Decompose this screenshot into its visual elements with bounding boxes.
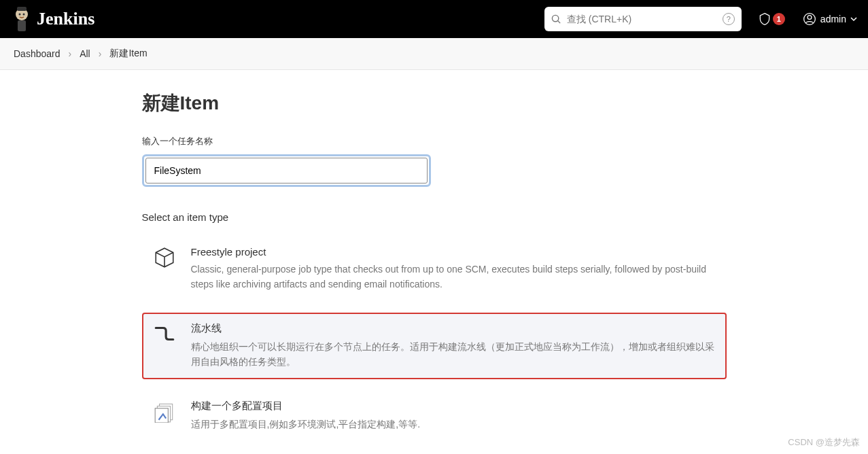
multiconfig-icon: [153, 400, 177, 432]
svg-line-6: [558, 20, 560, 22]
chevron-right-icon: ›: [69, 48, 72, 59]
item-title: Freestyle project: [191, 246, 716, 258]
alert-badge: 1: [773, 13, 785, 25]
svg-point-4: [23, 14, 25, 16]
page-title: 新建Item: [142, 90, 727, 116]
breadcrumb-dashboard[interactable]: Dashboard: [14, 48, 60, 59]
user-name: admin: [820, 14, 846, 24]
chevron-right-icon: ›: [99, 48, 102, 59]
breadcrumb-all[interactable]: All: [80, 48, 90, 59]
brand-text: Jenkins: [37, 9, 94, 29]
cube-icon: [153, 246, 177, 292]
item-type-freestyle[interactable]: Freestyle project Classic, general-purpo…: [142, 237, 727, 302]
svg-point-5: [552, 15, 558, 21]
security-alerts[interactable]: 1: [758, 12, 785, 26]
svg-rect-2: [18, 20, 26, 31]
name-input-wrap: [142, 154, 431, 187]
search-input[interactable]: [567, 14, 717, 24]
item-title: 流水线: [191, 322, 716, 335]
user-menu[interactable]: admin: [803, 12, 857, 26]
svg-point-3: [19, 14, 21, 16]
search-box[interactable]: ?: [544, 7, 742, 31]
chevron-down-icon: [850, 16, 857, 22]
svg-point-8: [808, 16, 812, 20]
logo-area[interactable]: Jenkins: [11, 5, 94, 33]
item-name-input[interactable]: [145, 158, 428, 184]
user-icon: [803, 12, 816, 26]
item-desc: 精心地组织一个可以长期运行在多个节点上的任务。适用于构建流水线（更加正式地应当称…: [191, 339, 716, 370]
item-desc: 适用于多配置项目,例如多环境测试,平台指定构建,等等.: [191, 417, 716, 432]
pipeline-icon: [153, 322, 177, 370]
breadcrumb-current: 新建Item: [109, 48, 147, 60]
help-icon[interactable]: ?: [723, 13, 735, 25]
item-type-multiconfig[interactable]: 构建一个多配置项目 适用于多配置项目,例如多环境测试,平台指定构建,等等.: [142, 390, 727, 441]
main: 新建Item 输入一个任务名称 Select an item type Free…: [128, 70, 740, 454]
section-label: Select an item type: [142, 211, 727, 223]
breadcrumb: Dashboard › All › 新建Item: [0, 38, 868, 70]
item-type-list: Freestyle project Classic, general-purpo…: [142, 237, 727, 454]
watermark: CSDN @造梦先森: [788, 436, 860, 449]
svg-rect-1: [17, 7, 27, 11]
name-label: 输入一个任务名称: [142, 135, 727, 147]
shield-icon: [758, 12, 771, 26]
item-desc: Classic, general-purpose job type that c…: [191, 262, 716, 292]
jenkins-logo-icon: [11, 5, 33, 33]
item-type-pipeline[interactable]: 流水线 精心地组织一个可以长期运行在多个节点上的任务。适用于构建流水线（更加正式…: [142, 313, 727, 379]
item-title: 构建一个多配置项目: [191, 400, 716, 413]
header: Jenkins ? 1 admin: [0, 0, 868, 38]
search-icon: [551, 14, 561, 24]
